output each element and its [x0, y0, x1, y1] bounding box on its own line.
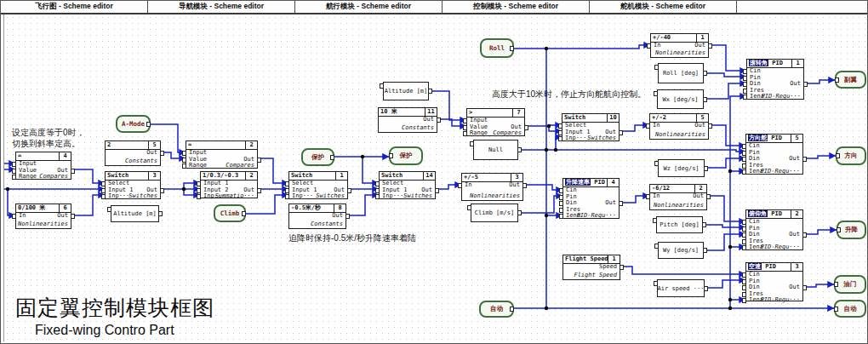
block-switch-14[interactable]: Switch14SelectInput 1OutInp···Switches: [379, 171, 436, 199]
block-roll-deg[interactable]: Roll [deg]: [658, 63, 704, 83]
diagram-title-en: Fixed-wing Contro Part: [35, 323, 174, 338]
block-pitch-deg[interactable]: Pitch [deg]: [656, 216, 703, 233]
block-altitude-2[interactable]: Altitude [m]: [383, 82, 429, 100]
block-const-minus05[interactable]: -0.5米/秒8OutConstants: [288, 204, 346, 229]
block-compare-eq-4[interactable]: =4InputValueOutRangeCompares: [15, 152, 71, 180]
annotation-forced-landing: 迫降时保持-0.5米/秒升降速率着陆: [288, 232, 416, 244]
tab-nav-module[interactable]: 导航模块 - Scheme editor: [148, 1, 295, 13]
block-pid-pitch[interactable]: 俯仰角 PID2CinPinDinOutIresIenaPID-Regu···: [745, 209, 803, 250]
block-wz-degs[interactable]: Wz [deg/s]: [658, 159, 705, 177]
block-protect-1[interactable]: 保护: [301, 148, 334, 166]
block-limit-pm2[interactable]: +/-25InOutNonlinearities: [649, 113, 709, 140]
block-rudder-out[interactable]: 方向: [836, 146, 866, 165]
tab-flight-map[interactable]: 飞行图 - Scheme editor: [1, 1, 148, 13]
block-pid-airspeed[interactable]: 空速 PID3CinPinDinOutIresIenaPID-Regu···: [745, 262, 803, 301]
tab-bar-filler: [737, 1, 868, 13]
block-wx-degs[interactable]: Wx [deg/s]: [657, 89, 704, 109]
annotation-altitude-10m: 高度大于10米时，停止方向舵航向控制。: [492, 89, 646, 100]
tab-voyage-module[interactable]: 航行模块 - Scheme editor: [295, 1, 443, 13]
block-pid-climbrate[interactable]: 升降速率 PID4CinPinDinOutIresIenaPID-Regu···: [562, 178, 620, 219]
block-switch-10[interactable]: Switch10SelectInput 1OutInp···Switches: [562, 113, 620, 141]
block-aileron-out[interactable]: 副翼: [835, 71, 866, 89]
block-a-mode[interactable]: A-Mode: [116, 115, 151, 133]
block-const-10m[interactable]: 10 米11OutConstants: [378, 107, 437, 133]
block-limit-pm5[interactable]: +/-53InOutNonlinearities: [461, 173, 523, 201]
block-flight-speed[interactable]: Flight Speed1SpeedFlight Speed: [562, 255, 620, 280]
scheme-editor-window: 飞行图 - Scheme editor导航模块 - Scheme editor航…: [0, 0, 868, 344]
block-throttle-out[interactable]: 油门: [834, 275, 866, 294]
block-compare-gt-7[interactable]: >7InputValueOutRangeCompares: [466, 108, 525, 136]
block-compare-eq-2[interactable]: =2InputValueOutRangeCompares: [186, 140, 258, 169]
block-altitude-1[interactable]: Altitude [m]: [111, 205, 159, 222]
diagram-title-zh: 固定翼控制模块框图: [15, 294, 214, 322]
block-protect-2[interactable]: 保护: [389, 146, 423, 165]
block-elevator-out[interactable]: 升降: [837, 221, 866, 239]
block-wy-degs[interactable]: Wy [deg/s]: [658, 242, 704, 259]
block-climb-flag[interactable]: Climb: [214, 204, 246, 222]
block-switch-3[interactable]: Switch3SelectInput 1OutInp···Switches: [105, 171, 161, 199]
annotation-set-altitude-2: 切换到斜率定高。: [12, 138, 80, 150]
block-air-speed[interactable]: Air speed ···: [657, 279, 705, 297]
block-const-2[interactable]: 25OutConstants: [105, 140, 161, 166]
block-limit-m6-12[interactable]: -6/122InOutNonlinearities: [649, 184, 707, 210]
block-roll-flag[interactable]: Roll: [480, 38, 514, 58]
tab-control-module[interactable]: 控制模块 - Scheme editor: [443, 1, 590, 13]
block-pid-rudder[interactable]: 方向舵 PID5CinPinDinOutIresIenaPID-Regu···: [745, 134, 803, 175]
block-null-label[interactable]: Null: [473, 140, 518, 160]
block-switch-1[interactable]: Switch1SelectInput 1OutInp···Switches: [288, 171, 348, 199]
block-limit-0-100[interactable]: 0/100 米6InOutNonlinearities: [15, 204, 71, 229]
block-auto-right[interactable]: 自动: [834, 300, 866, 318]
annotation-set-altitude-1: 设定高度等于0时，: [12, 127, 85, 139]
block-pid-roll[interactable]: 滚转角 PID1CinPinDinOutIresIenaPID-Regu···: [746, 59, 804, 100]
tab-servo-module[interactable]: 舵机模块 - Scheme editor: [590, 1, 737, 13]
block-limit-pm40[interactable]: +/-401InOutNonlinearities: [650, 33, 709, 58]
block-climb-ms[interactable]: Climb [m/s]: [471, 204, 518, 222]
tab-bar: 飞行图 - Scheme editor导航模块 - Scheme editor航…: [1, 1, 868, 14]
block-auto-left[interactable]: 自动: [479, 301, 514, 318]
block-summation-2[interactable]: 1/0.3/-0.32Input 1Input 2OutInp···Summat…: [200, 171, 258, 198]
